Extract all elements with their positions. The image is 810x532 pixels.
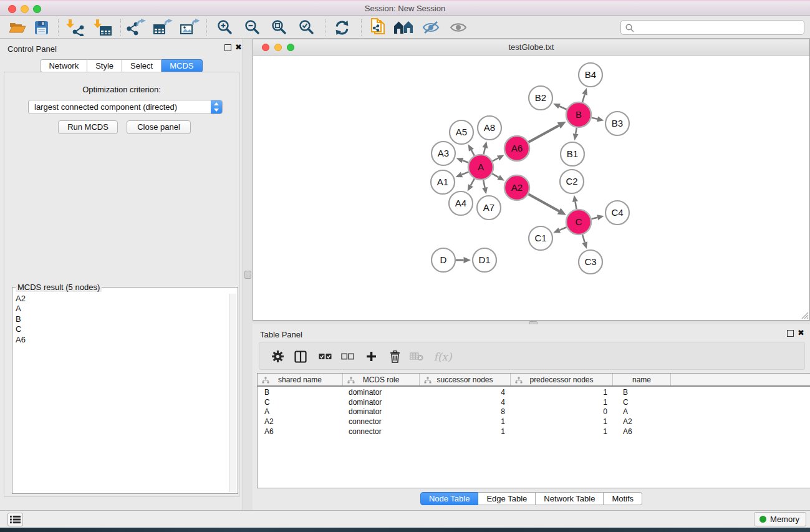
graph-edge-A-A4[interactable]: [471, 178, 475, 185]
column-header-MCDS-role[interactable]: MCDS role: [343, 374, 420, 385]
graph-node-D[interactable]: D: [432, 248, 455, 272]
zoom-out-icon[interactable]: [241, 18, 264, 37]
graph-edge-A-A8[interactable]: [484, 148, 485, 155]
graph-node-C3[interactable]: C3: [579, 250, 602, 274]
zoom-selected-icon[interactable]: [295, 18, 319, 37]
task-history-button[interactable]: [7, 513, 23, 526]
table-row[interactable]: Adominator80A: [258, 407, 810, 417]
graph-edge-B-B3[interactable]: [591, 118, 597, 119]
open-file-icon[interactable]: [6, 18, 29, 37]
graph-edge-C-C2[interactable]: [575, 201, 576, 209]
run-mcds-button[interactable]: Run MCDS: [58, 120, 118, 134]
graph-node-B4[interactable]: B4: [579, 63, 602, 87]
network-graph-svg[interactable]: B4B2BB3B1A5A8A6A3AA1C2A2A4A7C4CC1C3DD1: [253, 56, 809, 320]
graph-node-A3[interactable]: A3: [432, 142, 455, 165]
memory-button[interactable]: Memory: [754, 512, 806, 526]
table-row[interactable]: A6connector11A6: [258, 427, 810, 437]
close-panel-icon[interactable]: ✖: [235, 42, 242, 52]
graph-edge-C-C4[interactable]: [591, 218, 597, 219]
optimization-criterion-dropdown[interactable]: largest connected component (directed): [28, 100, 223, 114]
select-all-icon[interactable]: [314, 342, 335, 370]
tab-mcds[interactable]: MCDS: [162, 59, 202, 72]
result-list-item[interactable]: A2: [14, 294, 229, 304]
graph-edge-A-A5[interactable]: [471, 150, 475, 156]
graph-node-A4[interactable]: A4: [449, 191, 473, 215]
first-neighbors-icon[interactable]: [392, 18, 416, 37]
save-session-icon[interactable]: [29, 18, 53, 37]
graph-node-B3[interactable]: B3: [605, 112, 629, 135]
export-network-icon[interactable]: [124, 18, 148, 37]
result-list-item[interactable]: A6: [14, 335, 229, 345]
mcds-result-list[interactable]: A2ABCA6: [14, 294, 229, 492]
graph-edge-B-B1[interactable]: [576, 128, 577, 134]
table-close-panel-icon[interactable]: ✖: [798, 328, 804, 337]
tab-network[interactable]: Network: [40, 59, 87, 72]
column-header-predecessor-nodes[interactable]: predecessor nodes: [511, 374, 613, 385]
table-float-panel-icon[interactable]: [787, 330, 794, 337]
graph-node-D1[interactable]: D1: [473, 248, 496, 272]
unselect-all-icon[interactable]: [337, 342, 358, 370]
graph-edge-A-A6[interactable]: [493, 158, 498, 162]
result-list-item[interactable]: A: [14, 304, 229, 314]
result-list-scrollbar[interactable]: [229, 294, 236, 492]
graph-edge-C-C1[interactable]: [559, 227, 567, 230]
graph-edge-C-C3[interactable]: [582, 235, 585, 242]
import-network-icon[interactable]: [63, 18, 87, 37]
graph-node-C[interactable]: C: [566, 210, 591, 235]
import-table-icon[interactable]: [90, 18, 114, 37]
show-all-eye-icon[interactable]: [446, 18, 470, 37]
column-header-shared-name[interactable]: shared name: [258, 374, 343, 385]
graph-node-A1[interactable]: A1: [431, 170, 455, 194]
graph-node-B[interactable]: B: [566, 102, 591, 127]
delete-table-icon[interactable]: [406, 342, 427, 370]
delete-column-trash-icon[interactable]: [384, 342, 405, 370]
show-columns-icon[interactable]: [290, 342, 311, 370]
resize-grip-icon[interactable]: [800, 311, 809, 319]
table-row[interactable]: Bdominator41B: [258, 388, 810, 398]
hide-selected-eye-icon[interactable]: [419, 18, 443, 37]
result-list-item[interactable]: B: [14, 314, 229, 324]
zoom-in-icon[interactable]: [213, 18, 237, 37]
tab-node-table[interactable]: Node Table: [420, 492, 479, 505]
search-input[interactable]: [637, 21, 801, 34]
float-panel-icon[interactable]: [224, 44, 231, 51]
graph-node-B1[interactable]: B1: [561, 142, 584, 166]
column-header-name[interactable]: name: [613, 374, 671, 385]
graph-edge-A2-C[interactable]: [528, 194, 559, 211]
function-builder-icon[interactable]: f(x): [429, 342, 456, 370]
add-column-plus-icon[interactable]: [360, 342, 382, 370]
tab-network-table[interactable]: Network Table: [536, 492, 604, 505]
network-canvas[interactable]: B4B2BB3B1A5A8A6A3AA1C2A2A4A7C4CC1C3DD1: [253, 56, 809, 320]
graph-edge-A-A3[interactable]: [463, 160, 469, 162]
graph-node-C1[interactable]: C1: [529, 226, 552, 250]
tab-motifs[interactable]: Motifs: [604, 492, 642, 505]
graph-node-A5[interactable]: A5: [450, 120, 473, 144]
refresh-icon[interactable]: [330, 18, 354, 37]
graph-node-A[interactable]: A: [468, 155, 493, 180]
column-header-successor-nodes[interactable]: successor nodes: [420, 374, 511, 385]
export-table-icon[interactable]: [151, 18, 175, 37]
graph-edge-A-A1[interactable]: [461, 172, 468, 175]
graph-edge-A6-B[interactable]: [528, 125, 559, 142]
export-image-icon[interactable]: [178, 18, 201, 37]
graph-node-A8[interactable]: A8: [478, 116, 501, 140]
close-panel-button[interactable]: Close panel: [127, 120, 191, 134]
graph-edge-A-A7[interactable]: [483, 180, 485, 188]
graph-node-A6[interactable]: A6: [504, 136, 529, 161]
graph-node-C4[interactable]: C4: [605, 201, 629, 225]
tab-style[interactable]: Style: [87, 59, 122, 72]
table-row[interactable]: A2connector11A2: [258, 417, 810, 427]
graph-edge-B-B2[interactable]: [559, 106, 567, 109]
tab-select[interactable]: Select: [122, 59, 162, 72]
graph-node-A2[interactable]: A2: [504, 175, 529, 200]
table-row[interactable]: Cdominator41C: [258, 398, 810, 408]
vertical-splitter-handle[interactable]: [244, 271, 251, 279]
new-network-from-selection-icon[interactable]: [366, 18, 390, 37]
graph-node-C2[interactable]: C2: [560, 170, 584, 193]
column-settings-gear-icon[interactable]: [267, 342, 288, 370]
graph-node-A7[interactable]: A7: [477, 196, 501, 220]
zoom-fit-icon[interactable]: [268, 18, 291, 37]
graph-node-B2[interactable]: B2: [529, 86, 552, 110]
graph-edge-A-A2[interactable]: [492, 173, 498, 177]
graph-edge-B-B4[interactable]: [582, 94, 585, 102]
